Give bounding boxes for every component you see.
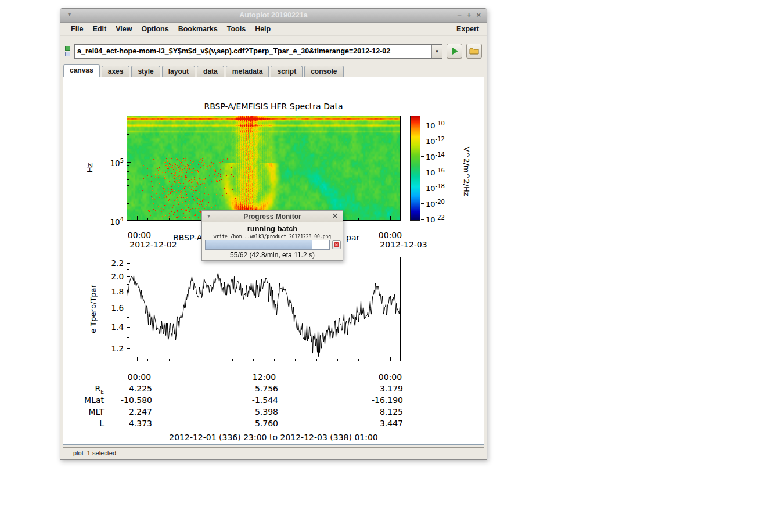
menu-options[interactable]: Options bbox=[136, 23, 173, 35]
colorbar-tick-label: 10-18 bbox=[426, 183, 463, 193]
progress-dialog-titlebar[interactable]: ▾ Progress Monitor ✕ bbox=[202, 211, 343, 222]
address-bar: a_rel04_ect-hope-mom-l3_$Y$m$d_v$(v,sep)… bbox=[60, 41, 487, 61]
spectrogram-xtick-label: 00:00 bbox=[377, 231, 403, 240]
menu-view[interactable]: View bbox=[111, 23, 136, 35]
progress-dialog-close-icon[interactable]: ✕ bbox=[332, 212, 338, 220]
ephemeris-value: -16.190 bbox=[351, 396, 403, 405]
timeseries-ytick-label: 2.0 bbox=[95, 272, 124, 281]
window-title: Autoplot 20190221a bbox=[60, 11, 487, 19]
tab-axes[interactable]: axes bbox=[102, 66, 130, 77]
colorbar-axis-label: V^2/m^2/Hz bbox=[462, 143, 472, 200]
colorbar-tick-label: 10-16 bbox=[426, 167, 463, 177]
timeseries-ytick-label: 1.2 bbox=[95, 344, 124, 353]
open-file-button[interactable] bbox=[466, 44, 482, 59]
ephemeris-value: 5.756 bbox=[226, 384, 278, 393]
menu-tools[interactable]: Tools bbox=[222, 23, 250, 35]
menu-file[interactable]: File bbox=[66, 23, 88, 35]
ephemeris-value: 4.225 bbox=[100, 384, 152, 393]
folder-icon bbox=[469, 47, 480, 55]
tab-console[interactable]: console bbox=[304, 66, 343, 77]
ephemeris-row-label: RE bbox=[69, 384, 104, 395]
colorbar-tick-label: 10-20 bbox=[426, 199, 463, 209]
desktop: ▾ Autoplot 20190221a − + × File Edit Vie… bbox=[0, 0, 781, 532]
timeseries-xtick-label: 12:00 bbox=[251, 372, 277, 382]
plot2-title-fragment-right: par bbox=[346, 233, 359, 242]
uri-list-toggle-icon[interactable] bbox=[65, 45, 72, 57]
spectrogram-ytick-label: 104 bbox=[95, 216, 124, 227]
colorbar-tick-label: 10-14 bbox=[426, 152, 463, 161]
cancel-button[interactable]: ✕ bbox=[332, 240, 341, 249]
colorbar-tick-label: 10-10 bbox=[426, 120, 463, 130]
progress-task-label: running batch bbox=[202, 224, 343, 233]
time-range-label: 2012-12-01 (336) 23:00 to 2012-12-03 (33… bbox=[63, 433, 484, 442]
menu-help[interactable]: Help bbox=[250, 23, 275, 35]
timeseries-canvas[interactable] bbox=[127, 257, 401, 361]
ephemeris-row-label: MLat bbox=[69, 396, 104, 407]
progress-monitor-dialog: ▾ Progress Monitor ✕ running batch write… bbox=[201, 210, 343, 261]
spectrogram-canvas[interactable] bbox=[127, 116, 401, 221]
ephemeris-value: -10.580 bbox=[100, 396, 152, 405]
spectrogram-colorbar[interactable] bbox=[410, 116, 420, 221]
ephemeris-value: 3.447 bbox=[351, 419, 403, 428]
timeseries-ytick-label: 2.2 bbox=[95, 258, 124, 268]
timeseries-xtick-label: 00:00 bbox=[127, 372, 152, 382]
status-bar: plot_1 selected bbox=[63, 447, 484, 458]
minimize-button[interactable]: − bbox=[457, 10, 462, 19]
progress-dialog-title: Progress Monitor bbox=[202, 213, 343, 221]
spectrogram-ytick-label: 105 bbox=[95, 157, 124, 168]
uri-text[interactable]: a_rel04_ect-hope-mom-l3_$Y$m$d_v$(v,sep)… bbox=[75, 47, 431, 55]
maximize-button[interactable]: + bbox=[467, 10, 472, 19]
ephemeris-value: -1.544 bbox=[226, 396, 278, 405]
tab-bar: canvas axes style layout data metadata s… bbox=[63, 64, 484, 77]
progress-bar bbox=[205, 240, 330, 250]
tab-style[interactable]: style bbox=[131, 66, 160, 77]
tab-layout[interactable]: layout bbox=[162, 66, 195, 77]
menu-bookmarks[interactable]: Bookmarks bbox=[174, 23, 222, 35]
spectrogram-xtick-date: 2012-12-02 bbox=[128, 240, 179, 249]
tab-data[interactable]: data bbox=[197, 66, 224, 77]
status-text: plot_1 selected bbox=[73, 450, 116, 456]
ephemeris-value: 5.398 bbox=[226, 407, 278, 416]
spectrogram-y-axis-label: Hz bbox=[85, 156, 94, 179]
progress-status-label: 55/62 (42.8/min, eta 11.2 s) bbox=[202, 251, 343, 259]
ephemeris-row-label: MLT bbox=[69, 407, 104, 418]
timeseries-ytick-label: 1.4 bbox=[95, 322, 124, 332]
tab-canvas[interactable]: canvas bbox=[63, 64, 100, 77]
timeseries-ytick-label: 1.6 bbox=[95, 303, 124, 312]
uri-input[interactable]: a_rel04_ect-hope-mom-l3_$Y$m$d_v$(v,sep)… bbox=[74, 44, 442, 59]
uri-dropdown-button[interactable]: ▼ bbox=[431, 45, 442, 58]
menu-edit[interactable]: Edit bbox=[88, 23, 111, 35]
expert-mode-label[interactable]: Expert bbox=[456, 25, 487, 33]
close-button[interactable]: × bbox=[476, 10, 481, 19]
timeseries-ytick-label: 1.8 bbox=[95, 287, 124, 296]
ephemeris-value: 2.247 bbox=[100, 407, 152, 416]
colorbar-tick-label: 10-22 bbox=[426, 214, 463, 224]
ephemeris-value: 8.125 bbox=[351, 407, 403, 416]
progress-detail-label: write /hom...walk3/product_20121228_00.p… bbox=[202, 234, 343, 239]
plot2-title-fragment-left: RBSP-A bbox=[173, 233, 202, 242]
ephemeris-value: 5.760 bbox=[226, 419, 278, 428]
window-titlebar[interactable]: ▾ Autoplot 20190221a − + × bbox=[60, 9, 487, 23]
menu-bar: File Edit View Options Bookmarks Tools H… bbox=[60, 23, 487, 36]
colorbar-tick-label: 10-12 bbox=[426, 136, 463, 146]
go-button[interactable] bbox=[447, 44, 462, 59]
cancel-x-icon: ✕ bbox=[334, 242, 339, 247]
plot-canvas-panel[interactable]: RBSP-A/EMFISIS HFR Spectra Data Hz 105 1… bbox=[63, 77, 484, 445]
progress-fill bbox=[206, 240, 312, 249]
ephemeris-value: 4.373 bbox=[100, 419, 152, 428]
tab-script[interactable]: script bbox=[271, 66, 303, 77]
ephemeris-row-label: L bbox=[69, 419, 104, 430]
spectrogram-xtick-date: 2012-12-03 bbox=[378, 240, 429, 249]
play-icon bbox=[452, 48, 458, 55]
ephemeris-value: 3.179 bbox=[351, 384, 403, 393]
spectrogram-xtick-label: 00:00 bbox=[127, 231, 152, 240]
tab-metadata[interactable]: metadata bbox=[226, 66, 269, 77]
timeseries-xtick-label: 00:00 bbox=[377, 372, 403, 382]
spectrogram-title: RBSP-A/EMFISIS HFR Spectra Data bbox=[63, 102, 484, 111]
